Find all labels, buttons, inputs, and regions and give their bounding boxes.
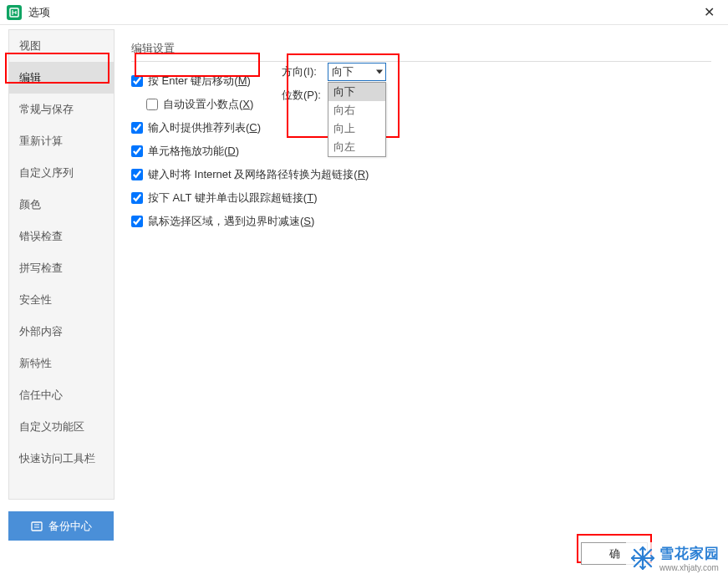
- sidebar-item-error-check[interactable]: 错误检查: [9, 221, 114, 252]
- watermark-text: 雪花家园 www.xhjaty.com: [659, 544, 720, 572]
- checkbox-auto-decimal-input[interactable]: [146, 99, 158, 110]
- ok-button-label: 确: [609, 546, 620, 561]
- sidebar-item-color[interactable]: 颜色: [9, 189, 114, 221]
- sidebar-item-new-features[interactable]: 新特性: [9, 348, 114, 379]
- snowflake-icon: [629, 545, 656, 571]
- digits-label: 位数(P):: [282, 88, 328, 103]
- footer: 备份中心 确: [8, 505, 720, 567]
- sidebar: 视图 编辑 常规与保存 重新计算 自定义序列 颜色 错误检查 拼写检查 安全性 …: [8, 29, 115, 500]
- direction-option-down[interactable]: 向下: [328, 83, 385, 101]
- checkbox-internet-hyperlink[interactable]: 键入时将 Internet 及网络路径转换为超链接(R): [131, 167, 369, 182]
- backup-icon: [30, 520, 43, 533]
- main-area: 视图 编辑 常规与保存 重新计算 自定义序列 颜色 错误检查 拼写检查 安全性 …: [0, 25, 728, 500]
- sidebar-item-spell-check[interactable]: 拼写检查: [9, 252, 114, 284]
- checkbox-alt-hyperlink[interactable]: 按下 ALT 键并单击以跟踪超链接(T): [131, 190, 369, 206]
- checkbox-alt-hyperlink-label: 按下 ALT 键并单击以跟踪超链接(T): [148, 190, 318, 206]
- direction-row: 方向(I): 向下 向下 向右 向上 向左: [282, 63, 386, 81]
- svg-rect-1: [32, 522, 42, 531]
- checkbox-mouse-select-slow[interactable]: 鼠标选择区域，遇到边界时减速(S): [131, 214, 369, 229]
- svg-point-6: [641, 556, 644, 560]
- direction-dropdown-list: 向下 向右 向上 向左: [328, 82, 386, 157]
- close-button[interactable]: ✕: [696, 0, 721, 25]
- checkbox-cell-drag-label: 单元格拖放功能(D): [148, 144, 239, 159]
- sidebar-item-security[interactable]: 安全性: [9, 284, 114, 316]
- window-title: 选项: [28, 5, 696, 20]
- chevron-down-icon: [376, 70, 383, 74]
- backup-center-button[interactable]: 备份中心: [8, 511, 114, 541]
- titlebar: 选项 ✕: [0, 0, 728, 25]
- checkbox-enter-move-input[interactable]: [131, 75, 143, 87]
- direction-value: 向下: [332, 64, 354, 79]
- sidebar-item-external-content[interactable]: 外部内容: [9, 316, 114, 348]
- direction-panel: 方向(I): 向下 向下 向右 向上 向左 位数(P):: [282, 63, 386, 109]
- section-title: 编辑设置: [131, 41, 711, 62]
- checkbox-recommend-list-input[interactable]: [131, 122, 143, 134]
- checkbox-alt-hyperlink-input[interactable]: [131, 192, 143, 204]
- checkbox-internet-hyperlink-label: 键入时将 Internet 及网络路径转换为超链接(R): [148, 167, 369, 182]
- checkbox-enter-move-label: 按 Enter 键后移动(M): [148, 74, 251, 89]
- checkbox-auto-decimal-label: 自动设置小数点(X): [163, 97, 253, 112]
- sidebar-item-trust-center[interactable]: 信任中心: [9, 379, 114, 411]
- options-row: 按 Enter 键后移动(M) 自动设置小数点(X) 输入时提供推荐列表(C) …: [131, 74, 711, 237]
- watermark-name: 雪花家园: [659, 544, 720, 563]
- sidebar-item-view[interactable]: 视图: [9, 30, 114, 62]
- sidebar-item-general-save[interactable]: 常规与保存: [9, 94, 114, 125]
- checkbox-cell-drag-input[interactable]: [131, 145, 143, 157]
- checkbox-mouse-select-slow-label: 鼠标选择区域，遇到边界时减速(S): [148, 214, 314, 229]
- app-logo: [7, 5, 22, 20]
- direction-option-up[interactable]: 向上: [328, 119, 385, 138]
- direction-option-right[interactable]: 向右: [328, 101, 385, 119]
- direction-dropdown[interactable]: 向下 向下 向右 向上 向左: [328, 63, 386, 81]
- direction-label: 方向(I):: [282, 64, 328, 79]
- sidebar-item-recalculate[interactable]: 重新计算: [9, 125, 114, 157]
- content-panel: 编辑设置 按 Enter 键后移动(M) 自动设置小数点(X) 输入时提供推荐列…: [115, 29, 728, 500]
- watermark: 雪花家园 www.xhjaty.com: [626, 542, 723, 574]
- backup-center-label: 备份中心: [48, 519, 92, 534]
- watermark-url: www.xhjaty.com: [659, 563, 720, 572]
- checkbox-internet-hyperlink-input[interactable]: [131, 169, 143, 180]
- direction-option-left[interactable]: 向左: [328, 138, 385, 156]
- checkbox-mouse-select-slow-input[interactable]: [131, 216, 143, 227]
- sidebar-item-edit[interactable]: 编辑: [9, 62, 114, 94]
- sidebar-item-quick-access[interactable]: 快速访问工具栏: [9, 443, 114, 475]
- sidebar-item-custom-sequence[interactable]: 自定义序列: [9, 157, 114, 189]
- sidebar-item-custom-ribbon[interactable]: 自定义功能区: [9, 411, 114, 443]
- checkbox-recommend-list-label: 输入时提供推荐列表(C): [148, 120, 261, 135]
